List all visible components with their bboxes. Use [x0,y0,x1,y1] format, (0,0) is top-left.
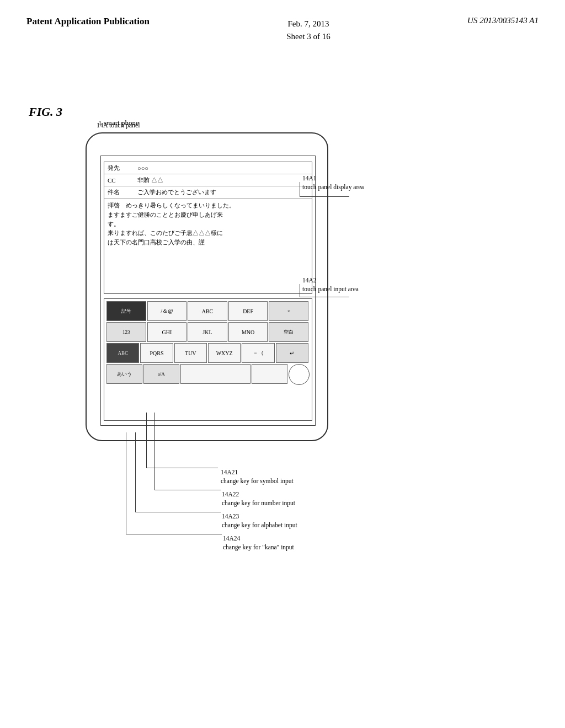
phone-device: 14A touch panel 発先 ○○○ CC 非賄 △△ 件名 ご入学おめ… [86,132,328,441]
email-body-line3: す。 [108,220,308,229]
ann-line-14a24-v [126,432,126,534]
label-14a23-text: change key for alphabet input [222,521,297,529]
key-circle[interactable] [289,364,310,385]
keyboard-area[interactable]: 記号 /＆@ ABC DEF × 123 GHI JKL MNO 空白 [106,301,310,417]
label-14a2-text: touch panel input area [302,285,359,293]
key-wxyz[interactable]: WXYZ [208,343,241,363]
label-14a1: 14A1 touch panel display area [302,174,364,191]
label-14a24-id: 14A24 [223,534,294,543]
email-subject-label: 件名 [108,188,135,196]
key-dash[interactable]: －（ [242,343,274,363]
touch-panel: 発先 ○○○ CC 非賄 △△ 件名 ご入学おめでとうございます 拝啓 めっきり… [100,156,316,426]
email-subject-value: ご入学おめでとうございます [137,188,216,196]
publication-label: Patent Application Publication [26,16,150,26]
email-to-label: 発先 [108,164,135,172]
ann-line-14a21-h [146,468,218,468]
ann-line-14a21-v [146,413,147,468]
fig-label: FIG. 3 [29,105,62,119]
header-center: Feb. 7, 2013 Sheet 3 of 16 [286,15,331,42]
header-left: Patent Application Publication [26,15,150,28]
key-punct[interactable] [252,364,287,384]
email-body: 拝啓 めっきり暑らしくなってまいりました。 ますますご健勝のこととお慶び申しあげ… [104,199,312,250]
label-14a23-id: 14A23 [222,512,297,521]
keyboard-row-1: 記号 /＆@ ABC DEF × [106,301,310,321]
input-area: 記号 /＆@ ABC DEF × 123 GHI JKL MNO 空白 [104,298,312,421]
keyboard-row-2: 123 GHI JKL MNO 空白 [106,322,310,342]
keyboard-row-4: あいう a/A [106,364,310,385]
ann-line-14a23-h [135,512,221,512]
key-space2[interactable] [180,364,251,384]
label-14a2: 14A2 touch panel input area [302,276,359,293]
key-jkl[interactable]: JKL [188,322,227,342]
label-14a2-id: 14A2 [302,276,359,285]
email-body-line5: は天下の名門口高校ご入学の由、謹 [108,238,308,248]
label-14a1-id: 14A1 [302,174,364,183]
key-123[interactable]: 123 [106,322,146,342]
label-14a21-text: change key for symbol input [221,477,294,485]
key-case[interactable]: a/A [143,364,179,384]
key-pqrs[interactable]: PQRS [140,343,173,363]
touch-panel-main-label: 14A touch panel [97,121,140,130]
ann-line-14a24-h [126,534,222,534]
label-14a22: 14A22 change key for number input [222,490,295,507]
ann-line-14a1-v [300,182,300,196]
email-cc-label: CC [108,177,135,184]
page-header: Patent Application Publication Feb. 7, 2… [0,0,565,42]
label-14a21: 14A21 change key for symbol input [221,468,294,485]
key-abc-mode[interactable]: ABC [106,343,139,363]
ann-line-14a23-v [135,432,136,512]
key-symbols2[interactable]: /＆@ [147,301,187,321]
key-space[interactable]: 空白 [269,322,308,342]
label-14a23: 14A23 change key for alphabet input [222,512,297,529]
ann-line-14a2 [300,297,349,297]
email-to-value: ○○○ [137,165,148,172]
key-kana[interactable]: あいう [106,364,142,384]
label-14a22-id: 14A22 [222,490,295,499]
label-14a1-text: touch panel display area [302,183,364,191]
ann-line-14a22-v [154,413,155,490]
ann-line-14a2-v [300,284,300,297]
label-14a24-text: change key for "kana" input [223,543,294,552]
label-14a22-text: change key for number input [222,499,295,507]
header-date: Feb. 7, 2013 [286,18,331,30]
key-ghi[interactable]: GHI [147,322,187,342]
main-diagram: FIG. 3 1 smart phone 14A touch panel 発先 … [0,72,565,728]
key-enter[interactable]: ↵ [276,343,308,363]
email-cc-value: 非賄 △△ [137,176,163,184]
key-symbol[interactable]: 記号 [106,301,146,321]
key-mno[interactable]: MNO [228,322,268,342]
patent-number: US 2013/0035143 A1 [467,16,539,25]
display-area: 発先 ○○○ CC 非賄 △△ 件名 ご入学おめでとうございます 拝啓 めっきり… [104,162,312,294]
header-sheet: Sheet 3 of 16 [286,30,331,43]
key-abc[interactable]: ABC [188,301,227,321]
email-body-line2: ますますご健勝のこととお慶び申しあげ来 [108,211,308,220]
label-14a24: 14A24 change key for "kana" input [223,534,294,552]
ann-line-14a22-h [154,490,221,490]
email-cc-row: CC 非賄 △△ [104,174,312,186]
email-body-line4: 来りますれば、このたびご子息△△△様に [108,229,308,238]
label-14a21-id: 14A21 [221,468,294,477]
email-body-line1: 拝啓 めっきり暑らしくなってまいりました。 [108,201,308,211]
ann-line-14a1 [300,196,349,197]
email-subject-row: 件名 ご入学おめでとうございます [104,186,312,199]
key-delete[interactable]: × [269,301,308,321]
key-def[interactable]: DEF [228,301,268,321]
key-tuv[interactable]: TUV [174,343,207,363]
email-to-row: 発先 ○○○ [104,162,312,174]
keyboard-row-3: ABC PQRS TUV WXYZ －（ ↵ [106,343,310,363]
header-right: US 2013/0035143 A1 [467,15,539,26]
